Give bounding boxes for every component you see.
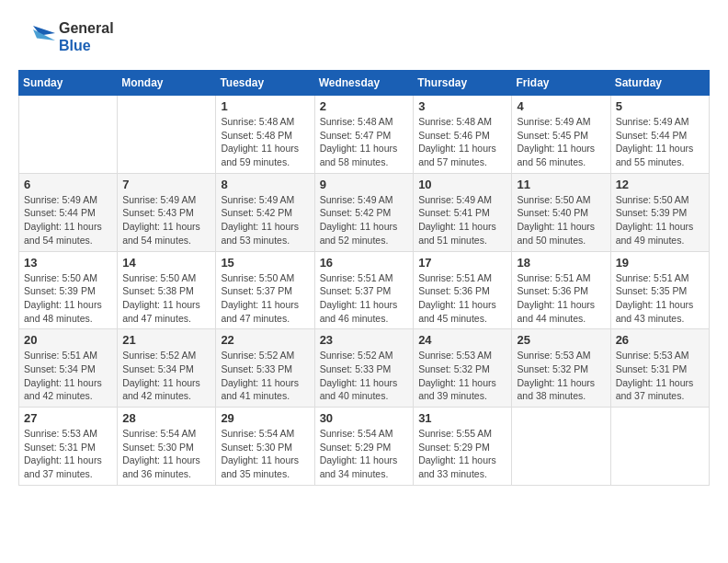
- header: GeneralBlue: [18, 18, 710, 55]
- weekday-header-row: SundayMondayTuesdayWednesdayThursdayFrid…: [19, 71, 710, 96]
- calendar-cell: 31Sunrise: 5:55 AM Sunset: 5:29 PM Dayli…: [414, 408, 512, 486]
- calendar-cell: 30Sunrise: 5:54 AM Sunset: 5:29 PM Dayli…: [314, 408, 414, 486]
- day-info: Sunrise: 5:55 AM Sunset: 5:29 PM Dayligh…: [418, 427, 506, 481]
- day-info: Sunrise: 5:50 AM Sunset: 5:37 PM Dayligh…: [221, 271, 309, 326]
- day-number: 31: [418, 411, 506, 425]
- day-number: 9: [320, 178, 409, 191]
- weekday-header-tuesday: Tuesday: [216, 71, 314, 96]
- week-row-2: 6Sunrise: 5:49 AM Sunset: 5:44 PM Daylig…: [19, 173, 710, 251]
- day-number: 23: [320, 333, 409, 347]
- day-number: 2: [320, 99, 409, 113]
- day-info: Sunrise: 5:51 AM Sunset: 5:35 PM Dayligh…: [616, 271, 704, 326]
- day-number: 30: [320, 411, 409, 425]
- day-number: 18: [517, 256, 605, 270]
- calendar-cell: 3Sunrise: 5:48 AM Sunset: 5:46 PM Daylig…: [414, 96, 512, 174]
- day-number: 25: [517, 333, 605, 347]
- calendar-cell: 14Sunrise: 5:50 AM Sunset: 5:38 PM Dayli…: [118, 251, 216, 329]
- day-info: Sunrise: 5:52 AM Sunset: 5:33 PM Dayligh…: [221, 349, 309, 403]
- day-number: 22: [221, 333, 309, 347]
- calendar-cell: 6Sunrise: 5:49 AM Sunset: 5:44 PM Daylig…: [19, 173, 118, 251]
- weekday-header-friday: Friday: [512, 71, 610, 96]
- calendar-cell: 24Sunrise: 5:53 AM Sunset: 5:32 PM Dayli…: [414, 329, 512, 408]
- day-number: 1: [221, 99, 309, 113]
- calendar-cell: 15Sunrise: 5:50 AM Sunset: 5:37 PM Dayli…: [216, 251, 314, 329]
- day-number: 6: [24, 178, 112, 191]
- week-row-3: 13Sunrise: 5:50 AM Sunset: 5:39 PM Dayli…: [19, 251, 710, 329]
- day-info: Sunrise: 5:53 AM Sunset: 5:31 PM Dayligh…: [616, 349, 704, 403]
- calendar-cell: 28Sunrise: 5:54 AM Sunset: 5:30 PM Dayli…: [118, 408, 216, 486]
- calendar-cell: 26Sunrise: 5:53 AM Sunset: 5:31 PM Dayli…: [610, 329, 709, 408]
- weekday-header-sunday: Sunday: [19, 71, 118, 96]
- calendar-cell: 25Sunrise: 5:53 AM Sunset: 5:32 PM Dayli…: [512, 329, 610, 408]
- day-info: Sunrise: 5:48 AM Sunset: 5:47 PM Dayligh…: [320, 115, 409, 169]
- day-info: Sunrise: 5:50 AM Sunset: 5:39 PM Dayligh…: [24, 271, 112, 326]
- day-info: Sunrise: 5:49 AM Sunset: 5:42 PM Dayligh…: [221, 193, 309, 247]
- day-info: Sunrise: 5:51 AM Sunset: 5:36 PM Dayligh…: [517, 271, 605, 326]
- day-number: 20: [24, 333, 112, 347]
- day-info: Sunrise: 5:48 AM Sunset: 5:48 PM Dayligh…: [221, 115, 309, 169]
- day-number: 21: [122, 333, 210, 347]
- day-number: 24: [418, 333, 506, 347]
- day-number: 16: [320, 256, 409, 270]
- week-row-5: 27Sunrise: 5:53 AM Sunset: 5:31 PM Dayli…: [19, 408, 710, 486]
- calendar-cell: 10Sunrise: 5:49 AM Sunset: 5:41 PM Dayli…: [414, 173, 512, 251]
- day-number: 7: [122, 178, 210, 191]
- day-info: Sunrise: 5:50 AM Sunset: 5:39 PM Dayligh…: [616, 193, 704, 247]
- day-number: 19: [616, 256, 704, 270]
- day-number: 12: [616, 178, 704, 191]
- day-number: 28: [122, 411, 210, 425]
- calendar-cell: 13Sunrise: 5:50 AM Sunset: 5:39 PM Dayli…: [19, 251, 118, 329]
- calendar-cell: 17Sunrise: 5:51 AM Sunset: 5:36 PM Dayli…: [414, 251, 512, 329]
- calendar-cell: 5Sunrise: 5:49 AM Sunset: 5:44 PM Daylig…: [610, 96, 709, 174]
- day-info: Sunrise: 5:51 AM Sunset: 5:37 PM Dayligh…: [320, 271, 409, 326]
- calendar-cell: 9Sunrise: 5:49 AM Sunset: 5:42 PM Daylig…: [314, 173, 414, 251]
- logo: GeneralBlue: [18, 18, 114, 55]
- day-info: Sunrise: 5:49 AM Sunset: 5:41 PM Dayligh…: [418, 193, 506, 247]
- day-info: Sunrise: 5:49 AM Sunset: 5:44 PM Dayligh…: [24, 193, 112, 247]
- day-info: Sunrise: 5:49 AM Sunset: 5:43 PM Dayligh…: [122, 193, 210, 247]
- weekday-header-saturday: Saturday: [610, 71, 709, 96]
- day-info: Sunrise: 5:54 AM Sunset: 5:30 PM Dayligh…: [122, 427, 210, 481]
- calendar-cell: 19Sunrise: 5:51 AM Sunset: 5:35 PM Dayli…: [610, 251, 709, 329]
- day-number: 29: [221, 411, 309, 425]
- day-info: Sunrise: 5:50 AM Sunset: 5:40 PM Dayligh…: [517, 193, 605, 247]
- calendar-cell: [19, 96, 118, 174]
- day-number: 10: [418, 178, 506, 191]
- calendar-cell: 20Sunrise: 5:51 AM Sunset: 5:34 PM Dayli…: [19, 329, 118, 408]
- calendar-cell: [610, 408, 709, 486]
- calendar-cell: 23Sunrise: 5:52 AM Sunset: 5:33 PM Dayli…: [314, 329, 414, 408]
- calendar-cell: 12Sunrise: 5:50 AM Sunset: 5:39 PM Dayli…: [610, 173, 709, 251]
- calendar-cell: 11Sunrise: 5:50 AM Sunset: 5:40 PM Dayli…: [512, 173, 610, 251]
- calendar-cell: [118, 96, 216, 174]
- day-info: Sunrise: 5:49 AM Sunset: 5:45 PM Dayligh…: [517, 115, 605, 169]
- day-info: Sunrise: 5:53 AM Sunset: 5:32 PM Dayligh…: [418, 349, 506, 403]
- weekday-header-wednesday: Wednesday: [314, 71, 414, 96]
- calendar-cell: 1Sunrise: 5:48 AM Sunset: 5:48 PM Daylig…: [216, 96, 314, 174]
- day-info: Sunrise: 5:54 AM Sunset: 5:29 PM Dayligh…: [320, 427, 409, 481]
- day-info: Sunrise: 5:51 AM Sunset: 5:36 PM Dayligh…: [418, 271, 506, 326]
- day-number: 4: [517, 99, 605, 113]
- logo-bird-icon: [18, 18, 55, 55]
- calendar-table: SundayMondayTuesdayWednesdayThursdayFrid…: [18, 70, 710, 486]
- day-number: 3: [418, 99, 506, 113]
- week-row-4: 20Sunrise: 5:51 AM Sunset: 5:34 PM Dayli…: [19, 329, 710, 408]
- calendar-cell: 18Sunrise: 5:51 AM Sunset: 5:36 PM Dayli…: [512, 251, 610, 329]
- day-info: Sunrise: 5:52 AM Sunset: 5:34 PM Dayligh…: [122, 349, 210, 403]
- day-info: Sunrise: 5:49 AM Sunset: 5:44 PM Dayligh…: [616, 115, 704, 169]
- day-number: 8: [221, 178, 309, 191]
- day-number: 14: [122, 256, 210, 270]
- day-info: Sunrise: 5:49 AM Sunset: 5:42 PM Dayligh…: [320, 193, 409, 247]
- day-info: Sunrise: 5:52 AM Sunset: 5:33 PM Dayligh…: [320, 349, 409, 403]
- day-number: 26: [616, 333, 704, 347]
- day-number: 17: [418, 256, 506, 270]
- calendar-cell: [512, 408, 610, 486]
- calendar-cell: 2Sunrise: 5:48 AM Sunset: 5:47 PM Daylig…: [314, 96, 414, 174]
- calendar-cell: 8Sunrise: 5:49 AM Sunset: 5:42 PM Daylig…: [216, 173, 314, 251]
- calendar-cell: 21Sunrise: 5:52 AM Sunset: 5:34 PM Dayli…: [118, 329, 216, 408]
- calendar-cell: 16Sunrise: 5:51 AM Sunset: 5:37 PM Dayli…: [314, 251, 414, 329]
- weekday-header-thursday: Thursday: [414, 71, 512, 96]
- day-number: 27: [24, 411, 112, 425]
- calendar-cell: 29Sunrise: 5:54 AM Sunset: 5:30 PM Dayli…: [216, 408, 314, 486]
- calendar-cell: 22Sunrise: 5:52 AM Sunset: 5:33 PM Dayli…: [216, 329, 314, 408]
- day-info: Sunrise: 5:50 AM Sunset: 5:38 PM Dayligh…: [122, 271, 210, 326]
